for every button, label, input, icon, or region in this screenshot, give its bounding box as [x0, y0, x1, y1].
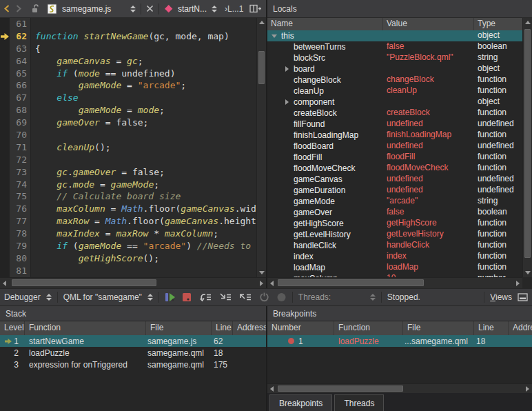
line-number[interactable]: 74 — [10, 179, 31, 191]
code-line[interactable]: 77 maxRow = Math.floor(gameCanvas.height — [0, 215, 266, 228]
locals-row[interactable]: fillFoundundefinedundefined — [267, 119, 522, 130]
locals-col-name[interactable]: Name — [267, 18, 383, 30]
line-number[interactable]: 75 — [10, 190, 31, 203]
line-indicator[interactable]: ›L...1 — [225, 4, 243, 14]
locals-hscroll-thumb[interactable] — [278, 279, 424, 286]
stack-col-address[interactable]: Address — [233, 321, 266, 335]
breakpoint-gutter[interactable] — [0, 104, 10, 117]
locals-row[interactable]: componentobject — [267, 97, 522, 108]
back-icon[interactable] — [3, 4, 10, 13]
locals-row[interactable]: boardobject — [267, 63, 522, 74]
stack-col-level[interactable]: Level — [0, 321, 25, 335]
file-dropdown-icon[interactable] — [130, 6, 136, 12]
line-number[interactable]: 65 — [10, 68, 31, 80]
bp-col-line[interactable]: Line — [474, 321, 509, 335]
code-line[interactable]: 71 cleanUp(); — [0, 141, 266, 154]
line-number[interactable]: 80 — [10, 252, 31, 265]
stack-col-file[interactable]: File — [146, 321, 212, 335]
locals-row[interactable]: gameCanvasundefinedundefined — [267, 174, 522, 185]
locals-row[interactable]: floodFillfloodFillfunction — [267, 152, 522, 163]
forward-icon[interactable] — [15, 4, 23, 13]
step-into-icon[interactable] — [219, 292, 232, 302]
editor-vscroll-thumb[interactable] — [258, 51, 265, 84]
line-number[interactable]: 68 — [10, 104, 31, 117]
locals-row[interactable]: getLevelHistorygetLevelHistoryfunction — [267, 229, 522, 240]
breakpoint-gutter[interactable] — [0, 43, 10, 55]
locals-row[interactable]: getHighScoregetHighScorefunction — [267, 218, 522, 229]
split-editor-icon[interactable] — [249, 4, 261, 13]
expander-closed-icon[interactable] — [284, 99, 294, 105]
debugger-menu[interactable]: Debugger — [4, 292, 41, 302]
breakpoint-gutter[interactable] — [0, 240, 10, 252]
breakpoint-gutter[interactable] — [0, 55, 10, 68]
locals-row[interactable]: gameOverfalseboolean — [267, 207, 522, 218]
code-line[interactable]: 74 gc.mode = gameMode; — [0, 179, 266, 191]
locals-row[interactable]: gameDurationundefinedundefined — [267, 185, 522, 196]
code-line[interactable]: 62function startNewGame(gc, mode, map) — [0, 30, 266, 43]
line-number[interactable]: 71 — [10, 141, 31, 154]
step-out-icon[interactable] — [239, 292, 252, 302]
breakpoint-gutter[interactable] — [0, 79, 10, 92]
line-number[interactable]: 61 — [10, 18, 31, 30]
line-number[interactable]: 78 — [10, 228, 31, 240]
bp-col-function[interactable]: Function — [334, 321, 403, 335]
stack-col-function[interactable]: Function — [25, 321, 146, 335]
line-number[interactable]: 66 — [10, 79, 31, 92]
editor-hscroll-thumb[interactable] — [12, 279, 156, 286]
line-number[interactable]: 64 — [10, 55, 31, 68]
line-number[interactable]: 67 — [10, 92, 31, 104]
locals-row[interactable]: cleanUpcleanUpfunction — [267, 86, 522, 97]
code-line[interactable]: 68 gameMode = mode; — [0, 104, 266, 117]
line-number[interactable]: 76 — [10, 203, 31, 215]
stack-row[interactable]: 3expression for onTriggeredsamegame.qml1… — [0, 359, 266, 370]
code-line[interactable]: 64 gameCanvas = gc; — [0, 55, 266, 68]
stop-debugger-icon[interactable] — [182, 292, 192, 302]
views-panel-icon[interactable] — [518, 293, 528, 301]
line-number[interactable]: 77 — [10, 215, 31, 228]
code-line[interactable]: 81 — [0, 265, 266, 277]
tab-breakpoints[interactable]: Breakpoints — [269, 394, 332, 411]
close-document-icon[interactable] — [146, 5, 154, 12]
threads-dropdown-icon[interactable] — [370, 294, 376, 301]
target-dropdown-icon[interactable] — [147, 294, 153, 301]
breakpoint-gutter[interactable] — [0, 154, 10, 166]
stack-col-line[interactable]: Line — [212, 321, 233, 335]
line-number[interactable]: 63 — [10, 43, 31, 55]
breakpoint-gutter[interactable] — [0, 265, 10, 277]
step-over-icon[interactable] — [199, 292, 212, 302]
code-line[interactable]: 75 // Calculate board size — [0, 190, 266, 203]
code-line[interactable]: 61 — [0, 18, 266, 30]
locals-row[interactable]: thisobject — [267, 30, 522, 41]
continue-icon[interactable] — [165, 292, 176, 302]
locals-vscrollbar[interactable] — [522, 18, 532, 277]
code-line[interactable]: 73 gc.gameOver = false; — [0, 166, 266, 179]
locals-row[interactable]: finishLoadingMapfinishLoadingMapfunction — [267, 130, 522, 141]
bp-col-number[interactable]: Number — [267, 321, 334, 335]
breakpoints-hscroll-thumb[interactable] — [278, 385, 403, 392]
views-menu[interactable]: Views — [490, 292, 512, 302]
line-number[interactable]: 70 — [10, 129, 31, 141]
breakpoint-gutter[interactable] — [0, 179, 10, 191]
line-number[interactable]: 81 — [10, 265, 31, 277]
breakpoint-gutter[interactable] — [0, 252, 10, 265]
locals-row[interactable]: changeBlockchangeBlockfunction — [267, 74, 522, 86]
record-icon[interactable] — [276, 292, 287, 302]
breakpoint-gutter[interactable] — [0, 68, 10, 80]
bp-col-file[interactable]: File — [403, 321, 474, 335]
code-line[interactable]: 76 maxColumn = Math.floor(gameCanvas.wid — [0, 203, 266, 215]
line-number[interactable]: 62 — [10, 30, 31, 43]
code-line[interactable]: 65 if (mode == undefined) — [0, 68, 266, 80]
code-line[interactable]: 72 — [0, 154, 266, 166]
open-file-tab[interactable]: samegame.js — [62, 4, 125, 14]
breakpoint-gutter[interactable] — [0, 30, 10, 43]
restart-icon[interactable] — [259, 292, 269, 302]
code-line[interactable]: 80 getHighScore(); — [0, 252, 266, 265]
locals-vscroll-thumb[interactable] — [524, 29, 531, 258]
breakpoint-gutter[interactable] — [0, 117, 10, 129]
locals-row[interactable]: loadMaploadMapfunction — [267, 262, 522, 273]
locals-col-type[interactable]: Type — [474, 18, 522, 30]
locals-row[interactable]: floodBoardundefinedundefined — [267, 141, 522, 152]
editor-hscrollbar[interactable] — [0, 277, 266, 288]
code-line[interactable]: 67 else — [0, 92, 266, 104]
locals-row[interactable]: floodMoveCheckfloodMoveCheckfunction — [267, 163, 522, 174]
